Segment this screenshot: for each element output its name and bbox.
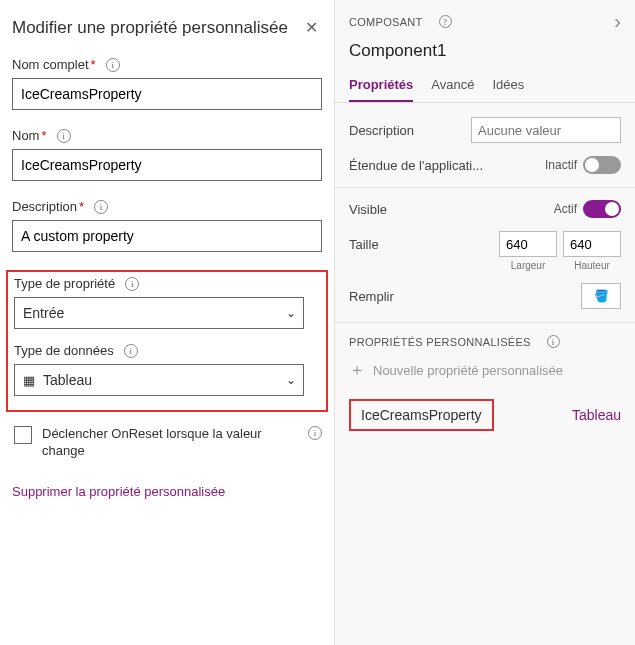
custom-property-type: Tableau	[572, 407, 621, 423]
prop-type-value: Entrée	[23, 305, 64, 321]
description-input[interactable]	[12, 220, 322, 252]
name-label: Nom	[12, 128, 39, 143]
app-scope-toggle[interactable]	[583, 156, 621, 174]
fill-label: Remplir	[349, 289, 394, 304]
required-marker: *	[79, 199, 84, 214]
name-input[interactable]	[12, 149, 322, 181]
size-label: Taille	[349, 237, 379, 252]
custom-props-section-title: PROPRIÉTÉS PERSONNALISÉES	[349, 336, 531, 348]
component-name: Component1	[335, 41, 635, 71]
add-custom-property-button[interactable]: ＋ Nouvelle propriété personnalisée	[349, 360, 621, 381]
height-input[interactable]	[563, 231, 621, 257]
visible-label: Visible	[349, 202, 387, 217]
description-label: Description	[12, 199, 77, 214]
prop-description-input[interactable]	[471, 117, 621, 143]
prop-type-label: Type de propriété	[14, 276, 115, 291]
data-type-value: Tableau	[43, 372, 92, 388]
info-icon[interactable]: ?	[439, 15, 452, 28]
info-icon[interactable]: i	[124, 344, 138, 358]
info-icon[interactable]: i	[308, 426, 322, 440]
full-name-label: Nom complet	[12, 57, 89, 72]
info-icon[interactable]: i	[125, 277, 139, 291]
custom-property-row[interactable]: IceCreamsProperty Tableau	[349, 399, 621, 431]
panel-title: Modifier une propriété personnalisée	[12, 18, 288, 38]
height-sublabel: Hauteur	[563, 260, 621, 271]
plus-icon: ＋	[349, 360, 365, 381]
prop-type-select[interactable]: Entrée	[14, 297, 304, 329]
highlighted-section: Type de propriété i Entrée ⌄ Type de don…	[6, 270, 328, 412]
paint-bucket-icon: 🪣	[594, 289, 609, 303]
data-type-label: Type de données	[14, 343, 114, 358]
onreset-checkbox[interactable]	[14, 426, 32, 444]
prop-description-label: Description	[349, 123, 414, 138]
tab-ideas[interactable]: Idées	[492, 71, 524, 102]
width-input[interactable]	[499, 231, 557, 257]
required-marker: *	[41, 128, 46, 143]
chevron-right-icon[interactable]: ›	[614, 10, 621, 33]
fill-color-picker[interactable]: 🪣	[581, 283, 621, 309]
visible-toggle[interactable]	[583, 200, 621, 218]
app-scope-label: Étendue de l'applicati...	[349, 158, 483, 173]
tab-advanced[interactable]: Avancé	[431, 71, 474, 102]
info-icon[interactable]: i	[106, 58, 120, 72]
add-custom-property-label: Nouvelle propriété personnalisée	[373, 363, 563, 378]
custom-property-name: IceCreamsProperty	[349, 399, 494, 431]
tab-properties[interactable]: Propriétés	[349, 71, 413, 102]
info-icon[interactable]: i	[547, 335, 560, 348]
inactive-label: Inactif	[545, 158, 577, 172]
active-label: Actif	[554, 202, 577, 216]
info-icon[interactable]: i	[57, 129, 71, 143]
delete-property-link[interactable]: Supprimer la propriété personnalisée	[12, 484, 322, 499]
close-icon[interactable]: ✕	[301, 16, 322, 39]
width-sublabel: Largeur	[499, 260, 557, 271]
table-icon: ▦	[23, 373, 35, 388]
full-name-input[interactable]	[12, 78, 322, 110]
component-section-label: COMPOSANT	[349, 16, 423, 28]
required-marker: *	[91, 57, 96, 72]
info-icon[interactable]: i	[94, 200, 108, 214]
data-type-select[interactable]: ▦ Tableau	[14, 364, 304, 396]
onreset-label: Déclencher OnReset lorsque la valeur cha…	[42, 426, 288, 460]
